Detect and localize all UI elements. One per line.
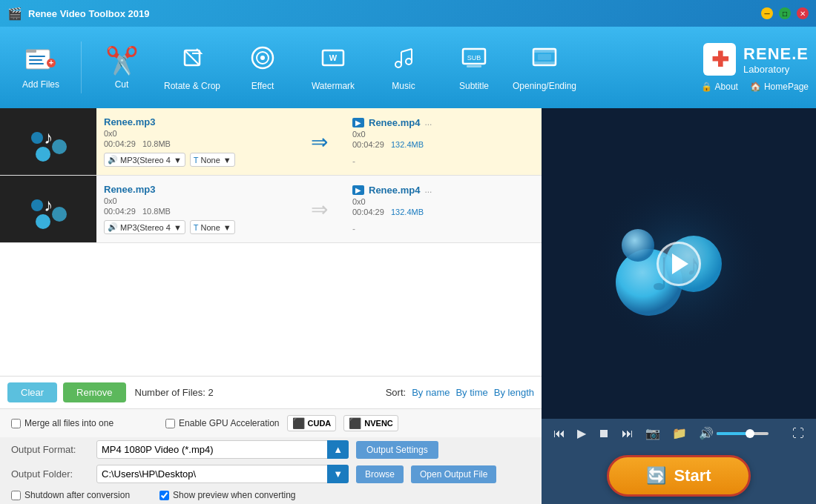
nvenc-badge: ⬛ NVENC: [343, 415, 398, 431]
sort-area: Sort: By name By time By length: [386, 387, 534, 398]
toolbar-item-subtitle[interactable]: SUB Subtitle: [441, 34, 507, 101]
stop-button[interactable]: ⏹: [595, 425, 613, 442]
svg-text:♪: ♪: [44, 195, 53, 215]
toolbar-item-opening[interactable]: Opening/Ending: [511, 34, 578, 101]
output-info-1: ▶ Renee.mp4 ... 0x0 00:04:29 132.4MB -: [345, 108, 542, 175]
merge-checkbox[interactable]: [11, 419, 21, 428]
file-controls-2: 🔊 MP3(Stereo 4 ▼ T None ▼: [104, 220, 286, 234]
browse-button[interactable]: Browse: [356, 465, 404, 483]
volume-icon: 🔊: [699, 426, 714, 440]
svg-text:♪: ♪: [44, 127, 53, 147]
svg-point-32: [31, 199, 43, 211]
svg-rect-21: [467, 65, 481, 67]
cut-label: Cut: [115, 79, 129, 90]
folder-wrapper: ▼: [96, 465, 349, 483]
volume-fill: [717, 432, 748, 435]
speaker-icon-2: 🔊: [108, 222, 118, 232]
t-icon-2: T: [194, 223, 199, 232]
main-area: ♪ Renee.mp3 0x0 00:04:29 10.8MB 🔊 MP3(St…: [0, 108, 816, 504]
output-folder-label: Output Folder:: [11, 468, 89, 480]
svg-point-26: [36, 147, 50, 162]
shutdown-checkbox[interactable]: [11, 491, 21, 500]
play-ctrl-button[interactable]: ▶: [574, 425, 589, 442]
output-more-2[interactable]: ...: [424, 185, 432, 195]
audio-track-select-1[interactable]: 🔊 MP3(Stereo 4 ▼: [104, 153, 185, 167]
file-dims-1: 0x0: [104, 129, 286, 138]
format-wrapper: MP4 1080P Video (*.mp4) ▲: [96, 440, 349, 459]
folder-button[interactable]: 📁: [669, 425, 690, 442]
toolbar-item-effect[interactable]: Effect: [229, 34, 296, 101]
svg-point-11: [260, 56, 265, 60]
rotate-label: Rotate & Crop: [164, 81, 220, 91]
close-button[interactable]: ✕: [797, 7, 809, 19]
start-button[interactable]: 🔄 Start: [607, 455, 750, 497]
minimize-button[interactable]: ─: [761, 7, 773, 19]
opening-icon: [531, 44, 558, 78]
prev-button[interactable]: ⏮: [550, 425, 568, 442]
file-thumbnail-2: ♪: [0, 176, 96, 242]
clear-button[interactable]: Clear: [7, 382, 57, 402]
toolbar: + Add Files ✂️ Cut Rotate & Crop: [0, 27, 816, 108]
folder-input[interactable]: [96, 465, 349, 483]
convert-arrow-1: ⇒: [293, 108, 345, 175]
volume-track[interactable]: [717, 432, 769, 435]
svg-rect-6: [29, 63, 44, 64]
format-select[interactable]: MP4 1080P Video (*.mp4): [96, 440, 349, 459]
open-output-button[interactable]: Open Output File: [411, 465, 496, 483]
table-row: ♪ Renee.mp3 0x0 00:04:29 10.8MB 🔊 MP3(St…: [0, 176, 542, 243]
file-count: Number of Files: 2: [135, 387, 214, 398]
preview-checkbox-label[interactable]: Show preview when converting: [159, 490, 295, 500]
play-button[interactable]: [657, 242, 701, 286]
preview-area: ♩ ♪: [542, 108, 816, 419]
toolbar-item-music[interactable]: Music: [370, 34, 437, 101]
nvidia-icon-nvenc: ⬛: [349, 417, 361, 429]
about-link[interactable]: 🔒 About: [701, 82, 738, 92]
toolbar-item-watermark[interactable]: W Watermark: [300, 34, 366, 101]
watermark-label: Watermark: [312, 81, 355, 91]
sort-by-time[interactable]: By time: [455, 387, 487, 398]
sort-by-name[interactable]: By name: [412, 387, 450, 398]
merge-checkbox-label[interactable]: Merge all files into one: [11, 418, 113, 428]
gpu-checkbox-label[interactable]: Enable GPU Acceleration: [165, 418, 279, 428]
audio-track-select-2[interactable]: 🔊 MP3(Stereo 4 ▼: [104, 220, 185, 234]
cuda-badge: ⬛ CUDA: [287, 415, 337, 431]
fullscreen-button[interactable]: ⛶: [789, 425, 807, 442]
output-duration-2: 00:04:29 132.4MB: [352, 208, 534, 216]
shutdown-checkbox-label[interactable]: Shutdown after conversion: [11, 490, 130, 500]
sub-dropdown-arrow: ▼: [223, 156, 231, 165]
player-controls: ⏮ ▶ ⏹ ⏭ 📷 📁 🔊 ⛶: [542, 419, 816, 448]
subtitle-select-1[interactable]: T None ▼: [190, 153, 235, 167]
homepage-link[interactable]: 🏠 HomePage: [750, 82, 809, 92]
toolbar-item-rotate[interactable]: Rotate & Crop: [159, 34, 226, 101]
volume-thumb[interactable]: [746, 429, 754, 438]
remove-button[interactable]: Remove: [63, 382, 125, 402]
volume-slider[interactable]: 🔊: [699, 426, 769, 440]
output-format-row: Output Format: MP4 1080P Video (*.mp4) ▲…: [0, 437, 542, 462]
file-name-1: Renee.mp3: [104, 116, 286, 127]
music-visual: ♩ ♪: [582, 168, 775, 360]
sort-by-length[interactable]: By length: [494, 387, 534, 398]
output-settings-button[interactable]: Output Settings: [356, 441, 438, 459]
music-icon: [390, 44, 417, 78]
toolbar-separator: [81, 42, 82, 93]
toolbar-item-cut[interactable]: ✂️ Cut: [88, 34, 155, 101]
gpu-checkbox[interactable]: [165, 419, 175, 428]
toolbar-links: 🔒 About 🏠 HomePage: [701, 82, 809, 92]
next-button[interactable]: ⏭: [619, 425, 636, 442]
screenshot-button[interactable]: 📷: [642, 425, 663, 442]
audio-track-label-2: MP3(Stereo 4: [120, 223, 171, 232]
file-list: ♪ Renee.mp3 0x0 00:04:29 10.8MB 🔊 MP3(St…: [0, 108, 542, 376]
file-dims-2: 0x0: [104, 196, 286, 205]
nvidia-icon-cuda: ⬛: [292, 417, 305, 429]
file-controls-1: 🔊 MP3(Stereo 4 ▼ T None ▼: [104, 153, 286, 167]
preview-checkbox[interactable]: [159, 491, 169, 500]
svg-rect-4: [29, 56, 45, 57]
sidebar-item-add-files[interactable]: + Add Files: [7, 34, 74, 101]
subtitle-select-2[interactable]: T None ▼: [190, 220, 235, 234]
file-info-1: Renee.mp3 0x0 00:04:29 10.8MB 🔊 MP3(Ster…: [96, 108, 293, 175]
maximize-button[interactable]: □: [779, 7, 791, 19]
output-dash-2: -: [352, 224, 534, 234]
action-bar: Clear Remove Number of Files: 2 Sort: By…: [0, 377, 542, 409]
output-more-1[interactable]: ...: [424, 117, 432, 127]
output-duration-1: 00:04:29 132.4MB: [352, 140, 534, 149]
